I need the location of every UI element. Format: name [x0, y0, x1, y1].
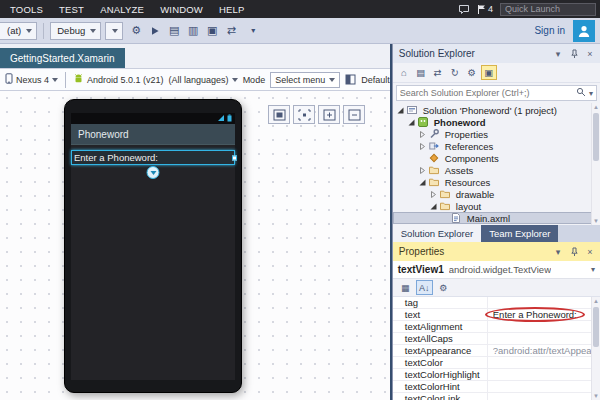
device-selector[interactable]: Nexus 4 — [5, 73, 58, 86]
tree-collapsed-arrow-icon[interactable] — [429, 190, 439, 199]
new-item-icon[interactable]: ▤ — [165, 22, 183, 40]
property-value[interactable] — [488, 381, 600, 392]
property-row-text[interactable]: textEnter a Phoneword: — [393, 309, 600, 321]
scroll-up-icon[interactable]: ▲ — [592, 297, 600, 305]
window-position-icon[interactable]: ▾ — [551, 47, 565, 61]
window-position-icon[interactable]: ▾ — [551, 245, 565, 259]
property-row-textallcaps[interactable]: textAllCaps — [393, 333, 600, 345]
tree-collapsed-arrow-icon[interactable] — [418, 166, 428, 175]
property-row-textcolorhint[interactable]: textColorHint — [393, 381, 600, 393]
properties-object-row[interactable]: textView1 android.widget.TextView ▾ — [393, 261, 600, 279]
menu-help[interactable]: HELP — [211, 4, 253, 15]
solution-search-input[interactable] — [400, 88, 573, 98]
property-value[interactable]: ?android:attr/textAppeara — [488, 345, 600, 356]
property-value[interactable] — [488, 393, 600, 400]
tree-item-drawable[interactable]: drawable — [393, 188, 600, 200]
preview-selected-icon[interactable]: ▣ — [481, 65, 497, 80]
tree-item-resources[interactable]: Resources — [393, 176, 600, 188]
configuration-combo[interactable]: Debug — [50, 22, 101, 40]
tree-collapsed-arrow-icon[interactable] — [418, 142, 428, 151]
property-value[interactable]: Enter a Phoneword: — [488, 309, 600, 320]
tab-team-explorer[interactable]: Team Explorer — [481, 225, 558, 242]
tree-expanded-arrow-icon[interactable] — [407, 118, 417, 127]
user-avatar-icon[interactable] — [573, 20, 595, 42]
categorized-icon[interactable]: ▦ — [397, 280, 414, 295]
tree-item-references[interactable]: References — [393, 140, 600, 152]
scrollbar-thumb[interactable] — [593, 307, 599, 347]
navigate-pair-icon[interactable]: ⇄ — [222, 22, 240, 40]
property-value[interactable] — [488, 357, 600, 368]
property-value[interactable] — [488, 333, 600, 344]
tree-collapsed-arrow-icon[interactable] — [418, 130, 428, 139]
theme-swatch-icon[interactable] — [345, 74, 356, 85]
pin-icon[interactable] — [567, 245, 581, 259]
menu-test[interactable]: TEST — [51, 4, 92, 15]
close-icon[interactable]: × — [583, 245, 597, 259]
adorner-chevron-icon[interactable] — [147, 166, 160, 179]
tree-expanded-arrow-icon[interactable] — [396, 106, 406, 115]
grid-scrollbar[interactable]: ▲ ▼ — [591, 297, 600, 400]
property-value[interactable] — [488, 321, 600, 332]
quick-launch-input[interactable] — [500, 3, 596, 16]
tree-item-phoneword[interactable]: Phoneword — [393, 116, 600, 128]
tree-item-properties[interactable]: Properties — [393, 128, 600, 140]
property-row-textappearance[interactable]: textAppearance?android:attr/textAppeara — [393, 345, 600, 357]
home-icon[interactable]: ⌂ — [396, 65, 412, 80]
resize-handle[interactable] — [232, 155, 237, 160]
property-row-textcolor[interactable]: textColor — [393, 357, 600, 369]
scroll-down-icon[interactable]: ▼ — [592, 217, 600, 225]
android-version-selector[interactable]: Android 5.0.1 (v21) — [73, 73, 164, 86]
designer-canvas[interactable]: Phoneword Enter a Phoneword: — [0, 91, 390, 400]
property-row-textcolorhighlight[interactable]: textColorHighlight — [393, 369, 600, 381]
fit-to-window-button[interactable] — [268, 105, 290, 124]
search-icon[interactable] — [576, 87, 586, 99]
scroll-down-icon[interactable]: ▼ — [592, 392, 600, 400]
menu-window[interactable]: WINDOW — [152, 4, 211, 15]
save-all-icon[interactable]: ▣ — [203, 22, 221, 40]
object-selector-caret-icon[interactable]: ▾ — [591, 265, 595, 274]
property-row-tag[interactable]: tag — [393, 297, 600, 309]
tree-item-main-axml[interactable]: Main.axml — [393, 212, 600, 224]
select-menu-combo[interactable]: Select menu — [270, 72, 340, 88]
actual-size-button[interactable] — [293, 105, 315, 124]
sign-in-link[interactable]: Sign in — [534, 25, 565, 36]
property-value[interactable] — [488, 297, 600, 308]
alphabetical-icon[interactable]: A↓ — [416, 280, 433, 295]
phone-screen[interactable]: Phoneword Enter a Phoneword: — [71, 113, 235, 380]
zoom-out-region-button[interactable] — [343, 105, 365, 124]
tree-expanded-arrow-icon[interactable] — [429, 202, 439, 211]
start-play-icon[interactable] — [146, 22, 164, 40]
menu-analyze[interactable]: ANALYZE — [92, 4, 152, 15]
tab-solution-explorer[interactable]: Solution Explorer — [393, 225, 481, 242]
property-value[interactable] — [488, 369, 600, 380]
zoom-in-region-button[interactable] — [318, 105, 340, 124]
tree-expanded-arrow-icon[interactable] — [418, 178, 428, 187]
tab-gettingstarted-xamarin[interactable]: GettingStarted.Xamarin — [0, 48, 125, 68]
collapse-all-icon[interactable]: ▤ — [413, 65, 429, 80]
toolbar-overflow-icon[interactable]: ▾ — [244, 22, 262, 40]
tree-item-assets[interactable]: Assets — [393, 164, 600, 176]
pin-icon[interactable] — [567, 47, 581, 61]
search-options-caret-icon[interactable]: ▾ — [589, 89, 593, 98]
scroll-up-icon[interactable]: ▲ — [592, 103, 600, 111]
open-file-icon[interactable]: ▥ — [184, 22, 202, 40]
selected-textview[interactable]: Enter a Phoneword: — [71, 150, 235, 165]
phone-content-area[interactable]: Enter a Phoneword: — [71, 145, 235, 380]
scrollbar-thumb[interactable] — [593, 113, 599, 161]
build-gear-icon[interactable]: ⚙ — [127, 22, 145, 40]
tree-item-layout[interactable]: layout — [393, 200, 600, 212]
tree-item-solution-phoneword-1-project[interactable]: Solution 'Phoneword' (1 project) — [393, 104, 600, 116]
property-row-textcolorlink[interactable]: textColorLink — [393, 393, 600, 400]
target-combo[interactable]: (at) — [0, 22, 37, 40]
close-icon[interactable]: × — [583, 47, 597, 61]
refresh-icon[interactable]: ↻ — [447, 65, 463, 80]
feedback-bubble-icon[interactable] — [458, 4, 470, 15]
notifications-flag-icon[interactable]: 4 — [477, 4, 493, 15]
property-row-textalignment[interactable]: textAlignment — [393, 321, 600, 333]
tree-item-components[interactable]: Components — [393, 152, 600, 164]
tree-scrollbar[interactable]: ▲ ▼ — [591, 103, 600, 225]
language-selector[interactable]: (All languages) — [169, 75, 238, 85]
properties-icon[interactable]: ⚙ — [464, 65, 480, 80]
sync-active-document-icon[interactable]: ⇄ — [430, 65, 446, 80]
menu-tools[interactable]: TOOLS — [2, 4, 51, 15]
